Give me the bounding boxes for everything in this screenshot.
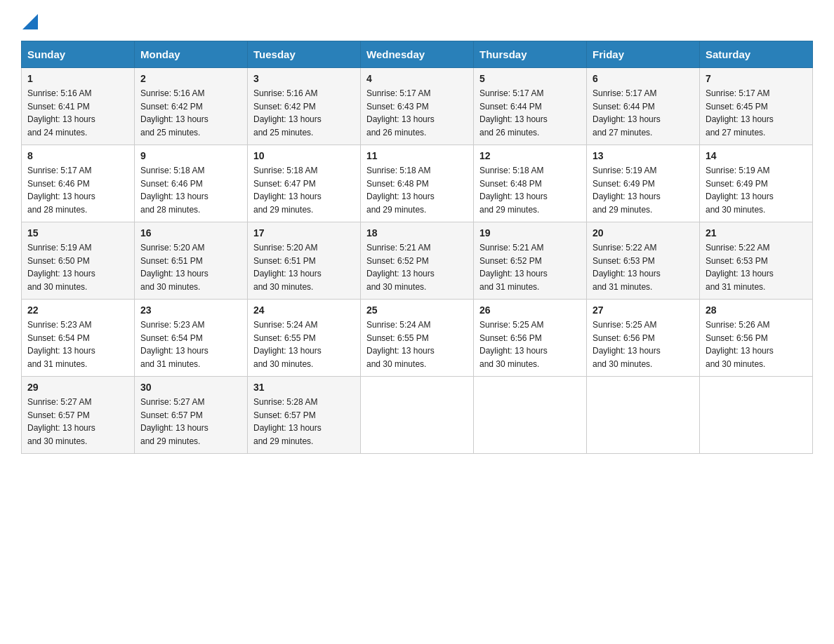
day-number: 18 bbox=[366, 227, 468, 239]
calendar-cell: 13Sunrise: 5:19 AM Sunset: 6:49 PM Dayli… bbox=[587, 145, 700, 222]
day-info: Sunrise: 5:17 AM Sunset: 6:46 PM Dayligh… bbox=[27, 164, 128, 216]
day-number: 23 bbox=[140, 304, 241, 316]
weekday-header-wednesday: Wednesday bbox=[361, 41, 474, 68]
calendar-cell: 19Sunrise: 5:21 AM Sunset: 6:52 PM Dayli… bbox=[474, 222, 587, 300]
day-number: 17 bbox=[253, 227, 355, 239]
calendar-cell: 28Sunrise: 5:26 AM Sunset: 6:56 PM Dayli… bbox=[700, 300, 813, 377]
day-info: Sunrise: 5:24 AM Sunset: 6:55 PM Dayligh… bbox=[253, 318, 355, 370]
calendar-cell: 21Sunrise: 5:22 AM Sunset: 6:53 PM Dayli… bbox=[700, 222, 813, 300]
calendar-cell: 11Sunrise: 5:18 AM Sunset: 6:48 PM Dayli… bbox=[361, 145, 474, 222]
page-header bbox=[21, 14, 813, 29]
calendar-week-row: 15Sunrise: 5:19 AM Sunset: 6:50 PM Dayli… bbox=[22, 222, 813, 300]
day-info: Sunrise: 5:18 AM Sunset: 6:46 PM Dayligh… bbox=[140, 164, 241, 216]
day-number: 29 bbox=[27, 382, 128, 393]
calendar-week-row: 22Sunrise: 5:23 AM Sunset: 6:54 PM Dayli… bbox=[22, 300, 813, 377]
day-info: Sunrise: 5:20 AM Sunset: 6:51 PM Dayligh… bbox=[253, 241, 355, 293]
day-number: 14 bbox=[706, 150, 807, 161]
day-number: 5 bbox=[479, 73, 581, 84]
day-info: Sunrise: 5:18 AM Sunset: 6:48 PM Dayligh… bbox=[366, 164, 468, 216]
calendar-cell: 6Sunrise: 5:17 AM Sunset: 6:44 PM Daylig… bbox=[587, 68, 700, 145]
calendar-cell: 9Sunrise: 5:18 AM Sunset: 6:46 PM Daylig… bbox=[135, 145, 248, 222]
day-info: Sunrise: 5:22 AM Sunset: 6:53 PM Dayligh… bbox=[706, 241, 807, 293]
day-info: Sunrise: 5:23 AM Sunset: 6:54 PM Dayligh… bbox=[27, 318, 128, 370]
day-info: Sunrise: 5:23 AM Sunset: 6:54 PM Dayligh… bbox=[140, 318, 241, 370]
calendar-cell: 15Sunrise: 5:19 AM Sunset: 6:50 PM Dayli… bbox=[22, 222, 135, 300]
calendar-cell: 27Sunrise: 5:25 AM Sunset: 6:56 PM Dayli… bbox=[587, 300, 700, 377]
day-info: Sunrise: 5:21 AM Sunset: 6:52 PM Dayligh… bbox=[366, 241, 468, 293]
day-number: 10 bbox=[253, 150, 355, 161]
calendar-cell: 18Sunrise: 5:21 AM Sunset: 6:52 PM Dayli… bbox=[361, 222, 474, 300]
day-number: 13 bbox=[593, 150, 694, 161]
day-number: 1 bbox=[27, 73, 128, 84]
day-number: 8 bbox=[27, 150, 128, 161]
calendar-cell: 16Sunrise: 5:20 AM Sunset: 6:51 PM Dayli… bbox=[135, 222, 248, 300]
day-info: Sunrise: 5:16 AM Sunset: 6:42 PM Dayligh… bbox=[140, 87, 241, 139]
calendar-cell bbox=[474, 377, 587, 454]
day-number: 12 bbox=[479, 150, 581, 161]
calendar-cell: 26Sunrise: 5:25 AM Sunset: 6:56 PM Dayli… bbox=[474, 300, 587, 377]
calendar-header-row: SundayMondayTuesdayWednesdayThursdayFrid… bbox=[22, 41, 813, 68]
weekday-header-monday: Monday bbox=[135, 41, 248, 68]
day-number: 22 bbox=[27, 304, 128, 316]
calendar-cell: 25Sunrise: 5:24 AM Sunset: 6:55 PM Dayli… bbox=[361, 300, 474, 377]
day-number: 11 bbox=[366, 150, 468, 161]
day-number: 28 bbox=[706, 304, 807, 316]
calendar-week-row: 29Sunrise: 5:27 AM Sunset: 6:57 PM Dayli… bbox=[22, 377, 813, 454]
day-info: Sunrise: 5:17 AM Sunset: 6:43 PM Dayligh… bbox=[366, 87, 468, 139]
day-info: Sunrise: 5:24 AM Sunset: 6:55 PM Dayligh… bbox=[366, 318, 468, 370]
logo-triangle-icon bbox=[22, 14, 38, 29]
calendar-cell: 17Sunrise: 5:20 AM Sunset: 6:51 PM Dayli… bbox=[248, 222, 361, 300]
calendar-cell bbox=[587, 377, 700, 454]
day-number: 2 bbox=[140, 73, 241, 84]
calendar-cell: 8Sunrise: 5:17 AM Sunset: 6:46 PM Daylig… bbox=[22, 145, 135, 222]
calendar-cell: 10Sunrise: 5:18 AM Sunset: 6:47 PM Dayli… bbox=[248, 145, 361, 222]
calendar-cell: 20Sunrise: 5:22 AM Sunset: 6:53 PM Dayli… bbox=[587, 222, 700, 300]
calendar-week-row: 8Sunrise: 5:17 AM Sunset: 6:46 PM Daylig… bbox=[22, 145, 813, 222]
calendar-cell: 30Sunrise: 5:27 AM Sunset: 6:57 PM Dayli… bbox=[135, 377, 248, 454]
weekday-header-friday: Friday bbox=[587, 41, 700, 68]
day-info: Sunrise: 5:19 AM Sunset: 6:49 PM Dayligh… bbox=[593, 164, 694, 216]
day-info: Sunrise: 5:21 AM Sunset: 6:52 PM Dayligh… bbox=[479, 241, 581, 293]
day-number: 26 bbox=[479, 304, 581, 316]
day-number: 9 bbox=[140, 150, 241, 161]
weekday-header-thursday: Thursday bbox=[474, 41, 587, 68]
day-info: Sunrise: 5:25 AM Sunset: 6:56 PM Dayligh… bbox=[593, 318, 694, 370]
day-info: Sunrise: 5:26 AM Sunset: 6:56 PM Dayligh… bbox=[706, 318, 807, 370]
day-info: Sunrise: 5:17 AM Sunset: 6:44 PM Dayligh… bbox=[593, 87, 694, 139]
day-info: Sunrise: 5:19 AM Sunset: 6:50 PM Dayligh… bbox=[27, 241, 128, 293]
calendar-cell: 29Sunrise: 5:27 AM Sunset: 6:57 PM Dayli… bbox=[22, 377, 135, 454]
day-info: Sunrise: 5:17 AM Sunset: 6:45 PM Dayligh… bbox=[706, 87, 807, 139]
day-number: 4 bbox=[366, 73, 468, 84]
day-number: 27 bbox=[593, 304, 694, 316]
weekday-header-tuesday: Tuesday bbox=[248, 41, 361, 68]
calendar-cell: 12Sunrise: 5:18 AM Sunset: 6:48 PM Dayli… bbox=[474, 145, 587, 222]
day-number: 21 bbox=[706, 227, 807, 239]
calendar-cell: 3Sunrise: 5:16 AM Sunset: 6:42 PM Daylig… bbox=[248, 68, 361, 145]
calendar-cell bbox=[700, 377, 813, 454]
calendar-week-row: 1Sunrise: 5:16 AM Sunset: 6:41 PM Daylig… bbox=[22, 68, 813, 145]
day-number: 30 bbox=[140, 382, 241, 393]
day-number: 6 bbox=[593, 73, 694, 84]
weekday-header-saturday: Saturday bbox=[700, 41, 813, 68]
day-info: Sunrise: 5:20 AM Sunset: 6:51 PM Dayligh… bbox=[140, 241, 241, 293]
day-info: Sunrise: 5:19 AM Sunset: 6:49 PM Dayligh… bbox=[706, 164, 807, 216]
day-number: 31 bbox=[253, 382, 355, 393]
day-number: 20 bbox=[593, 227, 694, 239]
day-info: Sunrise: 5:27 AM Sunset: 6:57 PM Dayligh… bbox=[27, 396, 128, 448]
day-number: 24 bbox=[253, 304, 355, 316]
calendar-cell: 2Sunrise: 5:16 AM Sunset: 6:42 PM Daylig… bbox=[135, 68, 248, 145]
day-info: Sunrise: 5:27 AM Sunset: 6:57 PM Dayligh… bbox=[140, 396, 241, 448]
day-info: Sunrise: 5:28 AM Sunset: 6:57 PM Dayligh… bbox=[253, 396, 355, 448]
day-number: 15 bbox=[27, 227, 128, 239]
day-info: Sunrise: 5:18 AM Sunset: 6:47 PM Dayligh… bbox=[253, 164, 355, 216]
day-info: Sunrise: 5:16 AM Sunset: 6:41 PM Dayligh… bbox=[27, 87, 128, 139]
calendar-cell: 23Sunrise: 5:23 AM Sunset: 6:54 PM Dayli… bbox=[135, 300, 248, 377]
day-number: 19 bbox=[479, 227, 581, 239]
day-number: 25 bbox=[366, 304, 468, 316]
calendar-cell: 7Sunrise: 5:17 AM Sunset: 6:45 PM Daylig… bbox=[700, 68, 813, 145]
calendar-table: SundayMondayTuesdayWednesdayThursdayFrid… bbox=[21, 41, 813, 454]
day-info: Sunrise: 5:25 AM Sunset: 6:56 PM Dayligh… bbox=[479, 318, 581, 370]
calendar-cell: 4Sunrise: 5:17 AM Sunset: 6:43 PM Daylig… bbox=[361, 68, 474, 145]
calendar-cell: 1Sunrise: 5:16 AM Sunset: 6:41 PM Daylig… bbox=[22, 68, 135, 145]
svg-marker-0 bbox=[22, 14, 38, 29]
